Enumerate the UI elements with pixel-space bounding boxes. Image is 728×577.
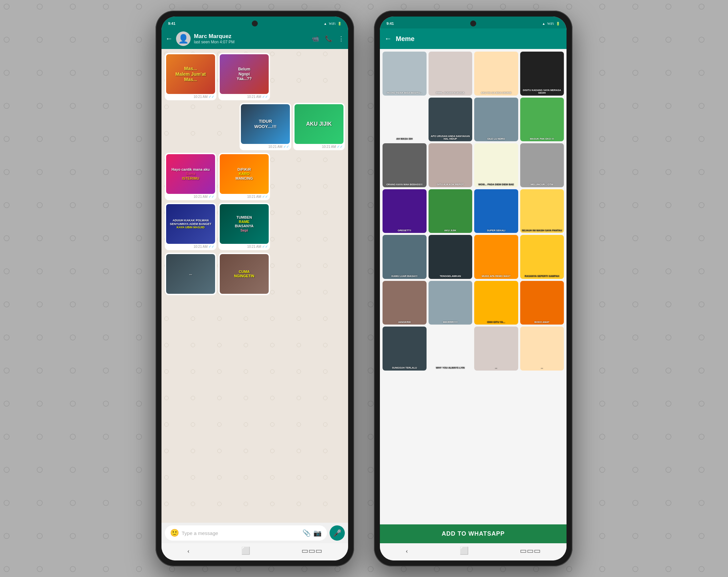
camera-notch	[252, 21, 258, 26]
sticker-label: MUKE APA REMO MAS?	[475, 275, 518, 278]
back-nav-button[interactable]: ‹	[187, 547, 190, 555]
message-time: 10:21 AM ✓✓	[268, 145, 289, 149]
sticker-image: AKU JIJIK	[294, 104, 343, 144]
list-item[interactable]: ...	[474, 326, 518, 371]
message-time: 10:21 AM ✓✓	[322, 145, 343, 149]
sticker-label: WOIII... PADA DIEM DIEM BAE	[475, 183, 518, 186]
list-item[interactable]: AH MASA SIH	[383, 98, 426, 141]
sticker-bubble: CUMANGINGETIN	[218, 253, 270, 295]
sticker-label: GITU AJA KOK REPOT	[429, 183, 472, 186]
status-time-2: 9:41	[387, 22, 394, 25]
list-item[interactable]: JANGKRIK	[383, 281, 426, 325]
camera-icon[interactable]: 📷	[313, 529, 322, 537]
sticker-bubble: TIDURWOOY....!!! 10:21 AM ✓✓	[240, 103, 291, 150]
sticker-label: HO-HO Tidak bisa begitu...	[383, 91, 426, 94]
home-nav-button-2[interactable]: ⬜	[460, 547, 469, 555]
nav-bar-2: ‹ ⬜ ▭▭▭	[380, 543, 567, 560]
sticker-label: ...	[475, 367, 518, 369]
message-input-box[interactable]: 🙂 Type a message 📎 📷	[165, 525, 327, 541]
list-item[interactable]: RASANYA SEPERTI SAMPAH	[520, 235, 564, 279]
recents-nav-button-2[interactable]: ▭▭▭	[520, 547, 541, 555]
list-item[interactable]: MUKE APA REMO MAS?	[474, 235, 518, 279]
list-item[interactable]: HO-HO Tidak bisa begitu...	[383, 52, 426, 96]
sticker-image: Mas...Malem Jum'atMas...	[166, 54, 215, 94]
list-item[interactable]: Sungguh TERLALU	[383, 326, 426, 371]
sticker-label: SUPER SEKALI	[475, 229, 518, 232]
sticker-label: AKU JIJIK	[429, 229, 472, 232]
sticker-header: ← Meme	[380, 28, 567, 49]
list-item[interactable]: APO URUSAN ANDA NANYAKAN HAL HIDUP	[428, 98, 472, 141]
sticker-label: SEJAUH INI MASIH SAYA PANTAU	[521, 229, 564, 232]
sticker-label: AKU IYA GA BISA DIGINIII	[475, 91, 518, 94]
list-item[interactable]: KAMU LUAR BIASA!!!	[383, 235, 426, 279]
sticker-image: BelumNgopiYaa...??	[220, 54, 269, 94]
list-item[interactable]: TENGGELAMKAN	[428, 235, 472, 279]
mic-button[interactable]: 🎤	[330, 525, 345, 541]
contact-status: last seen Mon 4:07 PM	[194, 40, 308, 44]
sticker-label: AH MASA SIH	[383, 138, 426, 140]
status-icons: ▲WiFi🔋	[323, 22, 341, 25]
sticker-label: ...	[521, 367, 564, 369]
sticker-label: GILE LU NDRO	[475, 138, 518, 140]
sticker-bubble: BelumNgopiYaa...?? 10:21 AM ✓✓	[218, 53, 270, 100]
sticker-label: Sungguh TERLALU	[383, 367, 426, 369]
back-nav-button-2[interactable]: ‹	[406, 547, 408, 555]
list-item[interactable]: MIKIRRR!!!!!	[428, 281, 472, 325]
message-time: 10:21 AM ✓✓	[193, 95, 214, 99]
emoji-icon[interactable]: 🙂	[170, 529, 179, 537]
attach-icon[interactable]: 📎	[303, 529, 311, 537]
list-item[interactable]: GREGETT!!	[383, 189, 426, 233]
list-item[interactable]: why you always lyin	[428, 326, 472, 371]
contact-name: Marc Marquez	[194, 33, 308, 40]
mic-icon: 🎤	[333, 529, 341, 537]
list-item[interactable]: OHH GITU YA...	[474, 281, 518, 325]
back-button[interactable]: ←	[165, 34, 173, 43]
sticker-image: Hayo cantik mana akuSamaISTERIMU	[166, 154, 215, 194]
header-icons: 📹 📞 ⋮	[312, 35, 344, 42]
sticker-back-button[interactable]: ←	[385, 34, 392, 43]
list-item[interactable]: AKU IYA GA BISA DIGINIII	[474, 52, 518, 96]
add-to-whatsapp-button[interactable]: ADD TO WHATSAPP	[380, 524, 567, 543]
sticker-bubble: DiPiKiRKAROMANCING 10:21 AM ✓✓	[218, 153, 270, 200]
recents-nav-button[interactable]: ▭▭▭	[302, 547, 322, 555]
chat-header: ← 👤 Marc Marquez last seen Mon 4:07 PM 📹…	[161, 28, 348, 49]
sticker-label: GREGETT!!	[383, 229, 426, 232]
home-nav-button[interactable]: ⬜	[241, 547, 250, 555]
list-item[interactable]: DISITU KADANG SAYA MERASA SEDIH	[520, 52, 564, 96]
sticker-bubble: Hayo cantik mana akuSamaISTERIMU 10:21 A…	[165, 153, 216, 200]
message-row: Mas...Malem Jum'atMas... 10:21 AM ✓✓ Bel…	[165, 53, 345, 100]
sticker-label: HMM.. SUDAH KUDUGA	[429, 91, 472, 94]
list-item[interactable]: WOIII... PADA DIEM DIEM BAE	[474, 143, 518, 187]
sticker-label: TENGGELAMKAN	[429, 275, 472, 278]
sticker-bubble: Mas...Malem Jum'atMas... 10:21 AM ✓✓	[165, 53, 216, 100]
phone-2: 9:41 ▲WiFi🔋 ← Meme HO-HO Tidak bisa begi…	[374, 10, 572, 567]
list-item[interactable]: MASUK PAK EKO !!!	[520, 98, 564, 141]
list-item[interactable]: BODO AMAT	[520, 281, 564, 325]
sticker-image: ADUUH KAKAK POLWANSENYUMNYA ADEM BANGETK…	[166, 204, 215, 244]
phone-1: 9:41 ▲WiFi🔋 ← 👤 Marc Marquez last seen M…	[156, 10, 354, 567]
message-row: ... CUMANGINGETIN	[165, 253, 345, 295]
more-options-icon[interactable]: ⋮	[338, 35, 344, 42]
sticker-label: ORANG KAYA MAH BEBASS!!!	[383, 183, 426, 186]
sticker-image: ...	[166, 254, 215, 294]
list-item[interactable]: AKU JIJIK	[428, 189, 472, 233]
sticker-image: TIDURWOOY....!!!	[241, 104, 290, 144]
call-icon[interactable]: 📞	[325, 35, 332, 42]
list-item[interactable]: MELUNCUR... OTW	[520, 143, 564, 187]
status-icons-2: ▲WiFi🔋	[542, 22, 560, 25]
contact-avatar: 👤	[176, 31, 190, 46]
message-input[interactable]: Type a message	[182, 530, 300, 536]
list-item[interactable]: GITU AJA KOK REPOT	[428, 143, 472, 187]
list-item[interactable]: SEJAUH INI MASIH SAYA PANTAU	[520, 189, 564, 233]
message-time: 10:21 AM ✓✓	[247, 244, 268, 249]
chat-input: 🙂 Type a message 📎 📷 🎤	[161, 523, 348, 543]
list-item[interactable]: GILE LU NDRO	[474, 98, 518, 141]
sticker-label: why you always lyin	[429, 367, 472, 369]
list-item[interactable]: ...	[520, 326, 564, 371]
list-item[interactable]: ORANG KAYA MAH BEBASS!!!	[383, 143, 426, 187]
video-call-icon[interactable]: 📹	[312, 35, 319, 42]
sticker-image: DiPiKiRKAROMANCING	[220, 154, 269, 194]
message-row: ADUUH KAKAK POLWANSENYUMNYA ADEM BANGETK…	[165, 203, 345, 250]
list-item[interactable]: SUPER SEKALI	[474, 189, 518, 233]
list-item[interactable]: HMM.. SUDAH KUDUGA	[428, 52, 472, 96]
